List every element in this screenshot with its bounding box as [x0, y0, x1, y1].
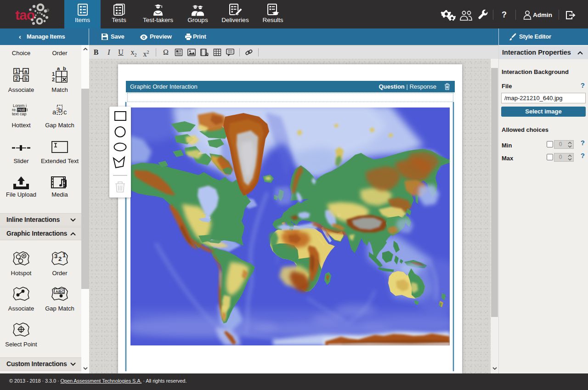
- svg-text:1: 1: [15, 68, 18, 74]
- svg-text:1: 1: [52, 71, 55, 77]
- svg-text:1: 1: [62, 252, 66, 259]
- svg-text:b: b: [63, 67, 66, 71]
- svg-text:b: b: [58, 106, 62, 114]
- svg-text:a: a: [24, 68, 28, 74]
- svg-text:2: 2: [52, 77, 55, 82]
- svg-text:2: 2: [58, 255, 62, 262]
- svg-text:a: a: [57, 67, 60, 71]
- svg-text:2: 2: [15, 76, 18, 81]
- svg-text:ABC: ABC: [56, 289, 65, 294]
- svg-text:3: 3: [54, 253, 57, 260]
- svg-text:c: c: [63, 108, 67, 116]
- svg-text:Hott: Hott: [17, 107, 25, 112]
- svg-text:b: b: [24, 76, 28, 81]
- svg-text:text cap: text cap: [12, 112, 27, 116]
- svg-text:t: t: [27, 107, 28, 112]
- svg-text:a: a: [52, 108, 57, 116]
- svg-text:R: R: [47, 9, 49, 12]
